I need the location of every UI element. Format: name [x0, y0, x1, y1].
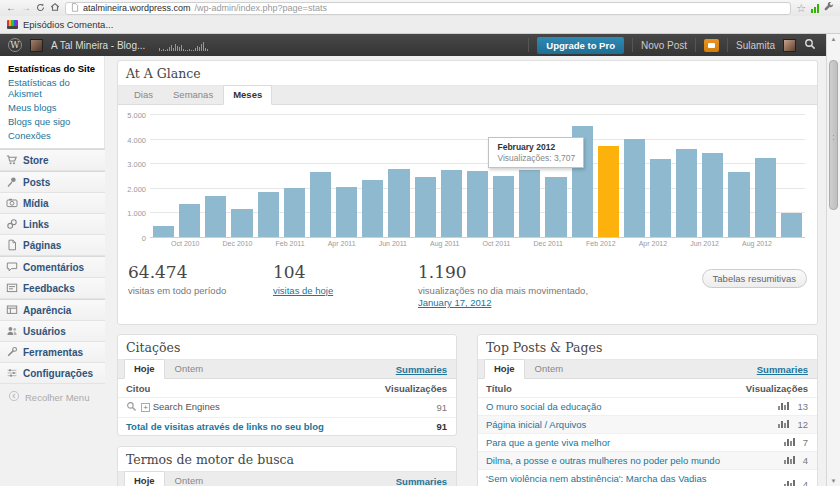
- sidebar-submenu-item-2[interactable]: Meus blogs: [8, 100, 104, 114]
- post-title-link[interactable]: Para que a gente viva melhor: [486, 437, 610, 448]
- chart-bar-aug-2011[interactable]: [441, 170, 462, 237]
- chart-bar-nov-2010[interactable]: [205, 196, 226, 237]
- chart-bar-dec-2011[interactable]: [545, 177, 566, 237]
- traffic-sparkline[interactable]: [159, 39, 208, 51]
- refresh-icon[interactable]: [36, 3, 45, 14]
- wordpress-logo-icon[interactable]: W: [8, 38, 22, 52]
- upgrade-to-pro-button[interactable]: Upgrade to Pro: [537, 37, 624, 54]
- chart-bar-apr-2012[interactable]: [650, 159, 671, 237]
- divider: [695, 38, 696, 52]
- top-posts-tab-ontem[interactable]: Ontem: [525, 359, 574, 379]
- chart-bar-sep-2012[interactable]: [781, 213, 802, 237]
- chart-bar-dec-2010[interactable]: [231, 209, 252, 237]
- referrer-label[interactable]: Search Engines: [153, 401, 220, 412]
- sidebar-item-aparencia[interactable]: Aparência: [0, 299, 105, 321]
- vertical-scrollbar[interactable]: ▲ ▼: [826, 34, 840, 486]
- x-tick-label: [153, 240, 166, 247]
- busiest-day-link[interactable]: January 17, 2012: [418, 297, 491, 308]
- settings-icon: [6, 367, 18, 379]
- stat-value: 104: [273, 262, 388, 282]
- sidebar-item-posts[interactable]: Posts: [0, 171, 105, 193]
- top-posts-table: Título Visualizações O muro social da ed…: [478, 379, 817, 486]
- total-referrals-link[interactable]: Total de visitas através de links no seu…: [126, 421, 324, 432]
- chart-bar-sep-2010[interactable]: [153, 226, 174, 237]
- post-title-link[interactable]: Dilma, a posse e outras mulheres no pode…: [486, 455, 720, 466]
- y-tick-label: 5.000: [127, 111, 146, 120]
- bar-chart-icon[interactable]: [778, 419, 797, 430]
- glance-tab-meses[interactable]: Meses: [223, 85, 272, 105]
- search-terms-summaries-link[interactable]: Summaries: [396, 476, 447, 486]
- back-icon[interactable]: ←: [6, 3, 16, 13]
- referrers-tab-ontem[interactable]: Ontem: [165, 359, 214, 379]
- sidebar-item-paginas[interactable]: Páginas: [0, 235, 105, 256]
- referrers-summaries-link[interactable]: Summaries: [396, 364, 447, 375]
- referrers-tab-hoje[interactable]: Hoje: [124, 359, 165, 379]
- sidebar-item-label: Store: [23, 155, 49, 166]
- stats-extension-icon[interactable]: [811, 4, 819, 13]
- sidebar-submenu-item-4[interactable]: Conexões: [8, 128, 104, 142]
- forward-icon[interactable]: →: [21, 3, 31, 13]
- chart-bar-jan-2011[interactable]: [258, 192, 279, 237]
- today-visits-link[interactable]: visitas de hoje: [273, 285, 333, 296]
- bar-chart-icon[interactable]: [778, 401, 797, 412]
- sidebar-item-usuarios[interactable]: Usuários: [0, 321, 105, 342]
- search-icon[interactable]: [804, 38, 816, 52]
- search-terms-tab-hoje[interactable]: Hoje: [124, 471, 165, 486]
- glance-tab-semanas[interactable]: Semanas: [163, 85, 223, 105]
- chart-bar-jul-2011[interactable]: [415, 177, 436, 237]
- chart-bar-nov-2011[interactable]: [519, 170, 540, 237]
- sidebar-item-ferramentas[interactable]: Ferramentas: [0, 342, 105, 363]
- chart-bar-apr-2011[interactable]: [336, 187, 357, 237]
- summary-tables-button[interactable]: Tabelas resumitivas: [702, 269, 807, 288]
- top-posts-summaries-link[interactable]: Summaries: [757, 364, 808, 375]
- bookmark-item[interactable]: Episódios Comenta...: [23, 19, 113, 30]
- sidebar-submenu-item-3[interactable]: Blogs que sigo: [8, 114, 104, 128]
- chart-bar-feb-2012[interactable]: [598, 146, 619, 237]
- user-menu[interactable]: Sulamita: [736, 40, 775, 51]
- new-post-button[interactable]: Novo Post: [641, 40, 687, 51]
- sidebar-submenu-item-0[interactable]: Estatísticas do Site: [8, 61, 104, 75]
- search-terms-tab-ontem[interactable]: Ontem: [165, 471, 214, 486]
- chart-bar-feb-2011[interactable]: [284, 188, 305, 237]
- post-title-link[interactable]: Página inicial / Arquivos: [486, 419, 586, 430]
- wrench-icon[interactable]: [824, 2, 834, 14]
- sidebar-item-store[interactable]: Store: [0, 149, 105, 171]
- chart-bar-mar-2011[interactable]: [310, 172, 331, 237]
- chart-bar-may-2011[interactable]: [362, 180, 383, 237]
- chart-bar-sep-2011[interactable]: [467, 171, 488, 237]
- collapse-menu-button[interactable]: Recolher Menu: [0, 384, 105, 408]
- bookmark-star-icon[interactable]: ☆: [796, 3, 806, 14]
- column-header: Título: [478, 379, 738, 398]
- sidebar-item-feedbacks[interactable]: Feedbacks: [0, 278, 105, 299]
- sidebar-item-comentarios[interactable]: Comentários: [0, 256, 105, 278]
- post-title-link[interactable]: O muro social da educação: [486, 401, 602, 412]
- chart-bar-jun-2012[interactable]: [702, 153, 723, 237]
- chart-bar-mar-2012[interactable]: [624, 139, 645, 237]
- sidebar-item-links[interactable]: Links: [0, 214, 105, 235]
- bar-chart-icon[interactable]: [784, 479, 803, 486]
- expand-icon[interactable]: +: [141, 403, 150, 412]
- home-icon[interactable]: [50, 2, 60, 14]
- sidebar-item-configuracoes[interactable]: Configurações: [0, 363, 105, 384]
- sidebar-item-midia[interactable]: Mídia: [0, 193, 105, 214]
- scroll-up-arrow[interactable]: ▲: [827, 34, 840, 44]
- top-posts-tab-hoje[interactable]: Hoje: [484, 359, 525, 379]
- x-tick-label: Oct 2011: [483, 240, 511, 247]
- sidebar-submenu-item-1[interactable]: Estatísticas do Akismet: [8, 75, 104, 100]
- site-name[interactable]: A Tal Mineira - Blog...: [51, 40, 145, 51]
- bar-chart-icon[interactable]: [784, 437, 803, 448]
- comments-notification-icon[interactable]: [704, 39, 719, 52]
- glance-tab-dias[interactable]: Dias: [124, 85, 163, 105]
- bar-chart-icon[interactable]: [784, 455, 803, 466]
- address-bar[interactable]: atalmineira.wordpress.com/wp-admin/index…: [65, 2, 791, 15]
- chart-bar-may-2012[interactable]: [676, 149, 697, 237]
- scrollbar-thumb[interactable]: [829, 60, 838, 210]
- chart-bar-jul-2012[interactable]: [728, 172, 749, 237]
- scroll-down-arrow[interactable]: ▼: [827, 476, 840, 486]
- chart-bar-aug-2012[interactable]: [755, 158, 776, 237]
- chart-bar-oct-2010[interactable]: [179, 204, 200, 237]
- chart-bar-jun-2011[interactable]: [388, 169, 409, 237]
- chart-bar-oct-2011[interactable]: [493, 176, 514, 237]
- post-title-link[interactable]: 'Sem violência nem abstinência': Marcha …: [486, 473, 706, 486]
- referrers-panel: Citações HojeOntemSummaries Citou Visual…: [117, 334, 457, 436]
